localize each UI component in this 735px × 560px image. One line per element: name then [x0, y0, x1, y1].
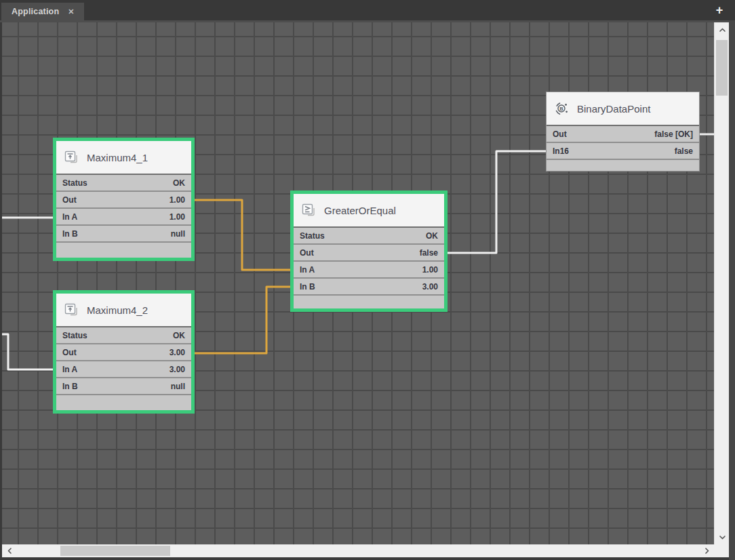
- pin-value: false: [675, 146, 693, 156]
- maximum-icon: [63, 302, 79, 318]
- pin-label: Status: [62, 178, 87, 188]
- pin-status[interactable]: Status OK: [56, 175, 191, 192]
- pin-label: Out: [62, 348, 77, 357]
- scroll-left-arrow-icon[interactable]: [2, 544, 17, 557]
- pin-value: 1.00: [170, 212, 185, 222]
- node-maximum4_2[interactable]: Maximum4_2 Status OK Out 3.00 In A 3.00 …: [53, 290, 195, 414]
- pin-inB[interactable]: In B null: [56, 378, 191, 395]
- pin-out[interactable]: Out false [OK]: [547, 126, 699, 143]
- pin-inA[interactable]: In A 1.00: [56, 209, 191, 226]
- pin-label: In B: [62, 382, 78, 391]
- wiresheet-canvas[interactable]: Maximum4_1 Status OK Out 1.00 In A 1.00 …: [2, 22, 714, 544]
- pin-label: Out: [300, 248, 314, 258]
- binary-data-point-icon: B: [553, 100, 570, 117]
- svg-text:B: B: [559, 106, 563, 112]
- node-title: Maximum4_1: [87, 152, 148, 163]
- tab-bar: Application ✕ +: [0, 0, 735, 20]
- greater-or-equal-icon: [300, 202, 317, 218]
- wire-left-to-maximum4_2-inA[interactable]: [2, 334, 55, 369]
- pin-label: In A: [62, 212, 77, 222]
- pin-value: OK: [426, 231, 438, 241]
- pin-label: Out: [62, 195, 77, 205]
- scroll-right-arrow-icon[interactable]: [699, 544, 714, 557]
- pin-value: 1.00: [170, 195, 185, 205]
- node-maximum4_2-header[interactable]: Maximum4_2: [56, 294, 191, 327]
- pin-value: OK: [173, 331, 185, 340]
- node-title: Maximum4_2: [87, 304, 148, 316]
- pin-value: 3.00: [170, 365, 185, 374]
- horizontal-scrollbar-thumb[interactable]: [60, 546, 170, 556]
- pin-inA[interactable]: In A 1.00: [294, 262, 444, 279]
- node-greaterorequal[interactable]: GreaterOrEqual Status OK Out false In A …: [290, 191, 448, 312]
- scrollbar-corner: [714, 544, 729, 557]
- tab-label: Application: [12, 7, 59, 16]
- pin-label: Status: [300, 231, 325, 241]
- node-footer: [56, 243, 191, 258]
- pin-status[interactable]: Status OK: [56, 327, 191, 344]
- pin-value: 3.00: [422, 282, 438, 292]
- vertical-scrollbar-thumb[interactable]: [716, 40, 728, 96]
- pin-inB[interactable]: In B 3.00: [294, 279, 444, 296]
- node-binarydatapoint[interactable]: B BinaryDataPoint Out false [OK] In16 fa…: [546, 92, 700, 172]
- vertical-scrollbar[interactable]: [714, 22, 729, 544]
- wire-maximum4_1-out-to-greaterorequal-inA[interactable]: [194, 200, 292, 270]
- tab-close-icon[interactable]: ✕: [68, 8, 74, 16]
- pin-status[interactable]: Status OK: [294, 228, 444, 245]
- node-title: BinaryDataPoint: [577, 103, 650, 115]
- wire-greaterorequal-out-to-binarydatapoint-in16[interactable]: [447, 151, 547, 253]
- pin-out[interactable]: Out 3.00: [56, 344, 191, 361]
- scroll-up-arrow-icon[interactable]: [715, 22, 730, 37]
- pin-out[interactable]: Out 1.00: [56, 192, 191, 209]
- node-binarydatapoint-header[interactable]: B BinaryDataPoint: [547, 92, 699, 126]
- pin-label: In B: [300, 282, 315, 292]
- pin-in16[interactable]: In16 false: [547, 143, 699, 160]
- pin-inA[interactable]: In A 3.00: [56, 361, 191, 378]
- pin-value: null: [171, 229, 185, 239]
- pin-value: 1.00: [422, 265, 438, 275]
- node-greaterorequal-header[interactable]: GreaterOrEqual: [294, 194, 444, 228]
- scroll-down-arrow-icon[interactable]: [715, 529, 730, 544]
- wire-maximum4_2-out-to-greaterorequal-inB[interactable]: [194, 287, 292, 353]
- pin-inB[interactable]: In B null: [56, 226, 191, 243]
- wiresheet-window: Application ✕ + Maximum4_1: [0, 0, 735, 560]
- pin-value: 3.00: [170, 348, 185, 357]
- pin-out[interactable]: Out false: [294, 245, 444, 262]
- node-maximum4_1[interactable]: Maximum4_1 Status OK Out 1.00 In A 1.00 …: [53, 138, 195, 261]
- pin-label: Status: [62, 331, 87, 340]
- pin-label: In16: [553, 146, 569, 156]
- node-footer: [294, 296, 444, 308]
- pin-value: false: [420, 248, 438, 258]
- pin-label: Out: [553, 129, 567, 139]
- pin-value: OK: [173, 178, 185, 188]
- node-maximum4_1-header[interactable]: Maximum4_1: [56, 141, 191, 175]
- maximum-icon: [63, 149, 79, 165]
- pin-value: false [OK]: [654, 129, 693, 139]
- pin-label: In A: [300, 265, 315, 275]
- window-right-frame: [729, 20, 735, 560]
- pin-value: null: [171, 382, 185, 391]
- node-title: GreaterOrEqual: [324, 205, 396, 216]
- tab-application[interactable]: Application ✕: [1, 3, 84, 20]
- pin-label: In B: [62, 229, 78, 239]
- pin-label: In A: [62, 365, 77, 374]
- horizontal-scrollbar[interactable]: [2, 544, 714, 557]
- node-footer: [547, 160, 699, 171]
- add-tab-button[interactable]: +: [712, 2, 727, 18]
- node-footer: [56, 395, 191, 410]
